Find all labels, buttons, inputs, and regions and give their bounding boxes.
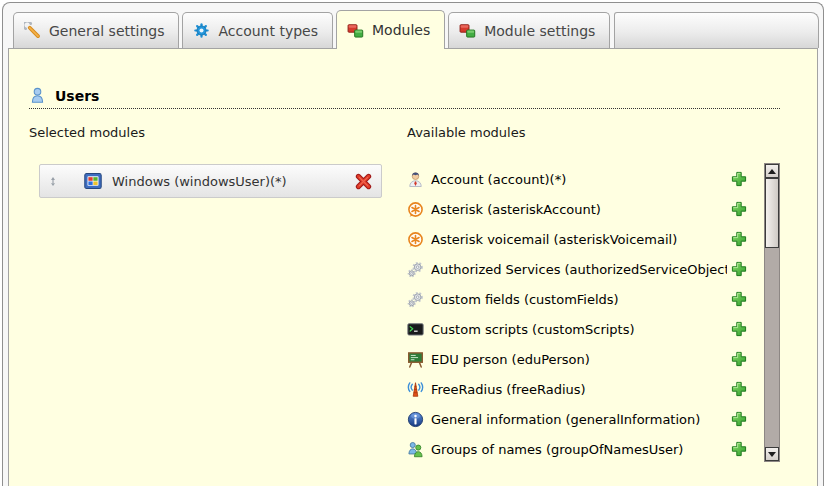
add-module-button[interactable] [731,441,747,457]
available-module-row: Custom scripts (customScripts) [407,314,747,344]
add-module-button[interactable] [731,231,747,247]
available-module-label: Asterisk (asteriskAccount) [431,202,727,217]
gears-icon [407,291,424,308]
add-module-button[interactable] [731,201,747,217]
tab-bar: General settings Account types Modules M… [3,10,823,48]
antenna-icon [407,381,424,398]
add-module-button[interactable] [731,291,747,307]
add-module-button[interactable] [731,351,747,367]
tab-module-settings[interactable]: Module settings [448,12,610,48]
terminal-icon [407,321,424,338]
drag-handle-icon[interactable] [48,174,58,189]
remove-module-button[interactable] [355,173,372,190]
scrollbar-down-button[interactable] [765,447,779,461]
user-icon [29,87,46,104]
tab-account-types[interactable]: Account types [182,12,333,48]
available-module-label: EDU person (eduPerson) [431,352,727,367]
available-module-row: Account (account)(*) [407,164,747,194]
available-module-label: FreeRadius (freeRadius) [431,382,727,397]
available-modules-list: Account (account)(*) Asterisk (asteriskA… [407,164,747,464]
configuration-window: General settings Account types Modules M… [2,2,824,486]
available-module-row: FreeRadius (freeRadius) [407,374,747,404]
available-module-label: Groups of names (groupOfNamesUser) [431,442,727,457]
selected-modules-heading: Selected modules [29,125,407,140]
add-module-button[interactable] [731,261,747,277]
tab-modules[interactable]: Modules [336,10,445,49]
section-title: Users [55,88,99,104]
modules-panel: Users Selected modules Windows (windowsU… [8,48,818,486]
wrench-icon [24,22,41,39]
asterisk-icon [407,201,424,218]
group-icon [407,441,424,458]
available-module-label: Account (account)(*) [431,172,727,187]
tab-label: Modules [372,22,430,38]
selected-module-label: Windows (windowsUser)(*) [112,174,287,189]
available-module-label: Custom scripts (customScripts) [431,322,727,337]
available-module-row: Asterisk (asteriskAccount) [407,194,747,224]
available-modules-column: Available modules Account (account)(*) A… [407,125,780,464]
add-module-button[interactable] [731,171,747,187]
triangle-up-icon [768,169,776,174]
chalkboard-icon [407,351,424,368]
tab-label: Module settings [484,23,595,39]
windows-icon [84,172,102,190]
modules-icon [347,22,364,39]
add-module-button[interactable] [731,321,747,337]
scrollbar-up-button[interactable] [765,164,779,178]
add-module-button[interactable] [731,411,747,427]
scrollbar[interactable] [764,163,780,462]
tab-general-settings[interactable]: General settings [13,12,179,48]
gear-icon [193,22,210,39]
available-module-row: General information (generalInformation) [407,404,747,434]
available-modules-heading: Available modules [407,125,780,140]
selected-module-row[interactable]: Windows (windowsUser)(*) [39,164,382,198]
available-module-label: Authorized Services (authorizedServiceOb… [431,262,727,277]
modules-columns: Selected modules Windows (windowsUser)(*… [29,125,817,464]
selected-modules-column: Selected modules Windows (windowsUser)(*… [29,125,407,464]
available-module-label: General information (generalInformation) [431,412,727,427]
triangle-down-icon [768,452,776,457]
gears-icon [407,261,424,278]
account-icon [407,171,424,188]
available-module-row: Custom fields (customFields) [407,284,747,314]
available-modules-area: Account (account)(*) Asterisk (asteriskA… [407,164,780,464]
available-module-label: Custom fields (customFields) [431,292,727,307]
available-module-row: Asterisk voicemail (asteriskVoicemail) [407,224,747,254]
scrollbar-thumb[interactable] [765,178,779,248]
available-module-row: Groups of names (groupOfNamesUser) [407,434,747,464]
modules-icon [459,22,476,39]
asterisk-icon [407,231,424,248]
add-module-button[interactable] [731,381,747,397]
tab-bar-filler [614,12,819,48]
available-module-row: EDU person (eduPerson) [407,344,747,374]
info-icon [407,411,424,428]
tab-label: Account types [218,23,318,39]
tab-label: General settings [49,23,164,39]
users-section-header: Users [29,87,780,109]
available-module-row: Authorized Services (authorizedServiceOb… [407,254,747,284]
available-module-label: Asterisk voicemail (asteriskVoicemail) [431,232,727,247]
